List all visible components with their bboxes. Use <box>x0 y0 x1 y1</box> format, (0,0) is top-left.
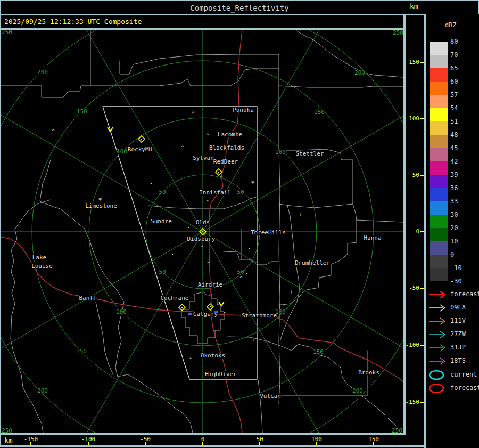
right-axis-tick <box>420 62 424 63</box>
city-label: Brooks <box>358 369 379 376</box>
city-label: Banff <box>79 295 96 302</box>
right-axis-tick <box>420 402 424 403</box>
asterisk-marker: * <box>251 180 254 187</box>
range-ring-label: 150 <box>76 348 87 355</box>
right-axis-tick <box>420 118 424 119</box>
dbz-color-box <box>430 42 448 55</box>
peak-caret-marker: ^ <box>206 199 209 205</box>
city-label: Olds <box>196 219 210 226</box>
city-label: Ponoka <box>233 107 254 113</box>
county-boundary-line <box>279 86 280 404</box>
range-ring-label: 100 <box>117 148 127 155</box>
dbz-color-box <box>430 55 448 68</box>
range-ring-label: 200 <box>352 387 363 394</box>
county-boundary-line <box>279 149 353 208</box>
track-legend-label: forecast <box>450 290 479 298</box>
dbz-scale-label: 80 <box>450 38 472 45</box>
range-ring-label: 50 <box>237 268 244 275</box>
city-label: Airdrie <box>198 281 222 288</box>
city-label: Sundre <box>151 218 172 225</box>
map-right-border <box>403 15 406 435</box>
city-label: Lake <box>32 254 47 261</box>
map-bottom-border <box>0 433 406 435</box>
right-axis-tick <box>420 288 424 289</box>
radar-map[interactable]: 5050505010010010010015015015015020020020… <box>1 30 403 433</box>
peak-caret-marker: ^ <box>189 357 192 362</box>
bottom-axis-tick <box>202 442 203 445</box>
city-label: Louise <box>31 263 53 270</box>
peak-caret-marker: ^ <box>192 111 195 116</box>
range-ring-label: 50 <box>159 189 166 196</box>
right-axis-tick-label: 0 <box>404 228 419 235</box>
peak-caret-marker: ^ <box>206 133 209 138</box>
city-label: Okotoks <box>201 352 225 359</box>
city-label: Hanna <box>364 234 381 241</box>
city-label: RockyMH <box>128 146 152 153</box>
right-axis-tick <box>420 231 424 232</box>
dbz-scale-label: 54 <box>450 104 472 112</box>
asterisk-marker: * <box>98 197 102 204</box>
bottom-axis-tick <box>88 442 89 445</box>
track-legend-label: 31JP <box>450 344 466 351</box>
county-boundary-line <box>11 200 51 433</box>
county-boundary-line <box>1 68 403 97</box>
track-arrow-icon <box>427 355 449 367</box>
dbz-color-box <box>430 188 448 201</box>
track-legend-label: forecast <box>450 384 479 392</box>
peak-caret-marker: ^ <box>181 145 184 150</box>
dbz-scale-label: 0 <box>450 251 472 258</box>
city-label: HighRiver <box>205 371 237 378</box>
city-label: Blackfalds <box>209 144 244 151</box>
dbz-scale-label: 70 <box>450 51 472 59</box>
dbz-color-box <box>430 255 448 268</box>
dbz-color-box <box>430 161 448 175</box>
dbz-color-box <box>430 201 448 215</box>
track-legend-label: 09EA <box>450 304 466 311</box>
dbz-scale-title: dBZ <box>445 21 457 29</box>
range-ring-label: 250 <box>2 427 12 433</box>
range-ring-label: 150 <box>313 348 324 355</box>
dbz-scale-label: 45 <box>450 144 472 152</box>
track-ellipse-icon <box>427 369 449 381</box>
peak-caret-marker: ^ <box>201 245 204 250</box>
plus-marker: + <box>290 289 293 295</box>
range-ring-label: 150 <box>77 108 87 115</box>
county-boundary-line <box>96 302 113 374</box>
header-row: 2025/09/25 12:12:33 UTC Composite <box>1 15 424 28</box>
lake-marker <box>188 313 192 315</box>
track-arrow-icon <box>427 329 449 340</box>
track-ellipse-icon <box>427 382 449 394</box>
peak-caret-marker: ^ <box>207 261 210 266</box>
dbz-scale-label: 33 <box>450 198 472 205</box>
county-boundary-line <box>258 380 262 433</box>
right-axis-tick-label: -150 <box>404 398 419 405</box>
range-ring-label: 250 <box>392 427 402 433</box>
track-legend-label: current <box>450 371 477 378</box>
range-ring-label: 100 <box>275 149 286 156</box>
track-arrow-icon <box>427 342 449 354</box>
bottom-axis-tick <box>316 442 317 445</box>
dbz-scale-label: 20 <box>450 224 472 232</box>
dbz-color-box <box>430 135 448 148</box>
city-label: RedDeer <box>213 158 238 165</box>
dbz-color-box <box>430 228 448 241</box>
dbz-scale-label: -30 <box>450 278 472 285</box>
city-label: Innisfail <box>199 189 231 196</box>
county-boundary-line <box>224 251 279 265</box>
radar-site-dot <box>210 306 211 307</box>
range-ring-label: 250 <box>2 30 12 36</box>
dbz-scale-label: 42 <box>450 158 472 165</box>
dbz-scale-label: 30 <box>450 211 472 218</box>
bottom-axis-tick <box>259 442 260 445</box>
peak-caret-marker: ^ <box>223 311 226 316</box>
town-dot-marker <box>151 183 152 184</box>
storm-vector-icon <box>219 302 224 306</box>
right-axis-tick-label: 150 <box>404 59 419 66</box>
right-axis-tick-label: 50 <box>404 172 419 178</box>
radar-map-viewport[interactable]: 5050505010010010010015015015015020020020… <box>1 30 403 433</box>
dbz-scale-label: 39 <box>450 171 472 178</box>
timestamp-label: 2025/09/25 12:12:33 UTC Composite <box>4 18 142 26</box>
dbz-color-box <box>430 82 448 95</box>
range-ring-label: 100 <box>116 308 127 315</box>
dbz-color-box <box>430 215 448 228</box>
